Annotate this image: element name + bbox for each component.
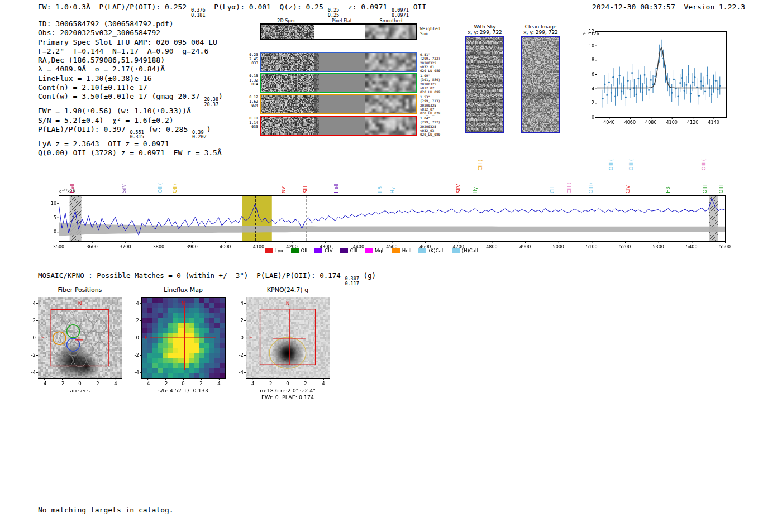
legend-item: OII <box>291 248 308 253</box>
fiber-positions-title: Fiber Positions <box>38 286 122 294</box>
row-weight-values: 0.23 2.45 033 <box>245 53 258 66</box>
lineflux-map-panel <box>120 295 235 389</box>
text-run: OII <box>409 3 426 11</box>
emission-line-label-heii: HeII <box>333 184 339 193</box>
legend-item: CIII <box>340 248 357 253</box>
info-line: S/N = 5.2(±0.4) χ² = 1.6(±0.2) <box>38 116 223 125</box>
spectrum-legend: LyαOIICIVCIIIMgIIHeII(K)CaII(H)CaII <box>265 248 485 253</box>
emission-line-label-oii: OII ( <box>158 183 163 193</box>
info-line: Cont(n) = 2.10(±0.11)e-17 <box>38 83 223 92</box>
pixel-flat-strip <box>314 95 365 113</box>
legend-label: MgII <box>375 248 385 253</box>
footer-line-1: No matching targets in catalog. <box>38 506 174 515</box>
with-sky-image <box>465 36 504 133</box>
info-line: LyA z = 2.3643 OII z = 0.0971 <box>38 140 223 148</box>
summary-header-line: EW: 1.0±0.3Å P(LAE)/P(OII): 0.252 0.3760… <box>38 3 426 17</box>
mosaic-match-line: MOSAIC/KPNO : Possible Matches = 0 (with… <box>38 271 376 286</box>
report-version: Version 1.22.3 <box>684 3 745 11</box>
text-run: EW: 1.0±0.3Å P(LAE)/P(OII): 0.252 <box>38 3 191 11</box>
elixer-report-page: EW: 1.0±0.3Å P(LAE)/P(OII): 0.252 0.3760… <box>0 0 782 532</box>
info-line: F=2.2" T=0.144 N=1.17 A=0.90 g=24.6 <box>38 47 223 56</box>
pixel-flat-strip <box>314 53 365 71</box>
smoothed-strip <box>365 95 416 113</box>
emission-line-label-ciii: CIII ( <box>566 183 572 193</box>
legend-label: OII <box>301 248 308 253</box>
2d-cutout-row <box>260 23 417 40</box>
kpno-caption-1: m:18.6 re:2.0" s:2.4" <box>240 387 335 394</box>
stacked-uncertainty: 0.3760.181 <box>191 8 206 17</box>
2d-cutout-row <box>260 52 417 72</box>
legend-label: Lyα <box>275 248 284 253</box>
legend-item: (H)CaII <box>452 248 478 253</box>
legend-swatch <box>265 248 273 253</box>
pixel-flat-strip <box>314 117 365 135</box>
clean-image-coords: x, y: 299, 722 <box>518 30 563 35</box>
stacked-uncertainty: 0.09710.0971 <box>392 8 409 17</box>
with-sky-title: With Sky <box>462 24 507 30</box>
row-fiber-info: 0.51" (299, 722) 20200325 v032_01 020_LU… <box>420 52 448 73</box>
legend-label: CIV <box>325 248 332 253</box>
legend-label: CIII <box>350 248 357 253</box>
emission-line-label-heii: HeII <box>69 184 75 193</box>
text-run: λ = 4089.9Å σ = 2.17(±0.84)Å <box>38 65 165 73</box>
info-line: LineFlux = 1.30(±0.38)e-16 <box>38 74 223 83</box>
legend-swatch <box>340 248 348 253</box>
text-run: LyA z = 2.3643 OII z = 0.0971 <box>38 140 169 148</box>
with-sky-coords: x, y: 299, 722 <box>462 30 507 35</box>
lineflux-caption: s/b: 4.52 +/- 0.133 <box>136 387 231 394</box>
info-line: RA,Dec (186.579086,51.949188) <box>38 56 223 65</box>
legend-swatch <box>314 248 322 253</box>
legend-swatch <box>452 248 460 253</box>
2d-spec-strip <box>261 117 314 135</box>
legend-label: (H)CaII <box>462 248 478 253</box>
text-run: z: 0.0971 <box>339 3 392 11</box>
lineflux-map-title: Lineflux Map <box>141 286 225 294</box>
text-run: Obs: 20200325v032_3006584792 <box>38 28 160 37</box>
emission-line-label-oiii: OIII ( <box>608 159 614 170</box>
timestamp: 2024-12-30 08:37:57 Version 1.22.3 <box>592 3 745 11</box>
col-title-pixel-flat: Pixel Flat <box>322 18 361 23</box>
kpno-title: KPNO(24.7) g <box>246 286 330 294</box>
legend-swatch <box>418 248 426 253</box>
emission-line-label-oiii: OIII ( <box>701 159 707 170</box>
emission-line-label-oiii: OIII <box>718 185 724 193</box>
smoothed-strip <box>365 74 416 92</box>
2d-spec-strip <box>261 95 314 113</box>
stacked-uncertainty: 0.3070.117 <box>345 276 359 286</box>
emission-line-label-civ: CIV <box>625 185 631 193</box>
emission-line-label-h: Hγ <box>473 187 478 193</box>
emission-line-label-oiii: OIII <box>702 185 708 193</box>
clean-image-title: Clean Image <box>518 24 563 30</box>
line-fit-plot <box>576 27 733 133</box>
text-run: RA,Dec (186.579086,51.949188) <box>38 56 165 64</box>
emission-line-label-siiv: SiIV <box>456 184 461 193</box>
text-run: Cont(w) = 3.50(±0.01)e-17 (gmag 20.37 <box>38 92 204 100</box>
kpno-image-panel <box>225 295 339 389</box>
2d-cutout-row <box>260 73 417 93</box>
emission-line-label-h: Hγ <box>390 187 395 193</box>
info-line: EWr = 1.90(±0.56) (w: 1.10(±0.33))Å <box>38 107 223 116</box>
text-run: F=2.2" T=0.144 N=1.17 A=0.90 g=24.6 <box>38 47 208 55</box>
legend-swatch <box>365 248 373 253</box>
info-line: Primary Spec_Slot_IFU_AMP: 020_095_004_L… <box>38 38 223 47</box>
smoothed-strip <box>365 25 416 39</box>
2d-spec-cutout-rows: 0.23 2.45 0330.51" (299, 722) 20200325 v… <box>260 23 450 142</box>
smoothed-strip <box>365 117 416 135</box>
pixel-flat-strip <box>314 74 365 92</box>
2d-cutout-row <box>260 94 417 114</box>
smoothed-strip <box>365 53 416 71</box>
legend-item: CIV <box>314 248 332 253</box>
info-line: Q(0.00) OII (3728) z = 0.0971 EW r = 3.5… <box>38 148 223 157</box>
info-line: P(LAE)/P(OII): 0.397 0.5510.315 (w: 0.28… <box>38 125 223 140</box>
row-fiber-info: 1.04" (299, 722) 20200325 v032_03 020_LU… <box>420 116 448 136</box>
text-run: Q(0.00) OII (3728) z = 0.0971 EW r = 3.5… <box>38 148 222 157</box>
legend-item: (K)CaII <box>418 248 444 253</box>
col-title-smoothed: Smoothed <box>371 18 411 23</box>
info-line: Obs: 20200325v032_3006584792 <box>38 28 223 37</box>
emission-line-label-ciii: CIII ( <box>478 160 483 170</box>
col-title-2d-spec: 2D Spec <box>267 18 306 23</box>
2d-cutout-row <box>260 116 417 136</box>
row-weight-values: 0.15 1.32 014 <box>245 74 258 87</box>
stacked-uncertainty: 0.250.25 <box>328 8 339 17</box>
weighted-sum-label: Weighted Sum <box>420 27 440 36</box>
